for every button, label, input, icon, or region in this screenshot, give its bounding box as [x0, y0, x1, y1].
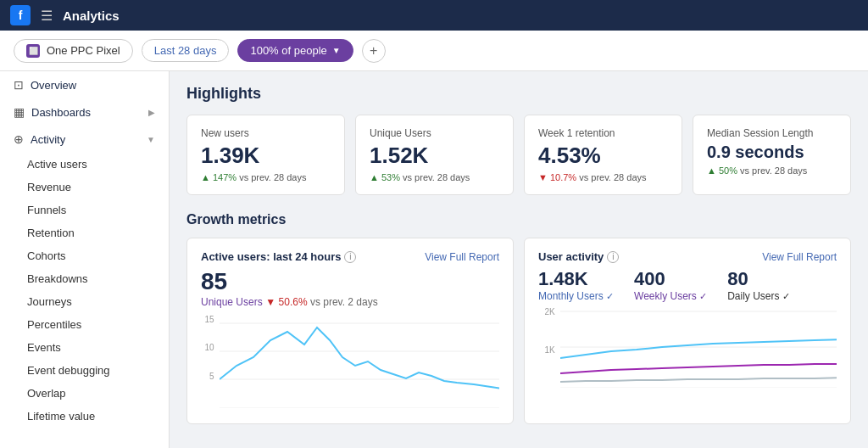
highlight-session-change-val: 50%: [719, 165, 737, 176]
highlights-row: New users 1.39K 147% vs prev. 28 days Un…: [186, 115, 851, 195]
user-activity-chart-header: User activity i View Full Report: [538, 250, 837, 263]
people-filter-label: 100% of people: [250, 44, 326, 57]
sidebar-sub-overlap[interactable]: Overlap: [0, 382, 169, 405]
active-users-chart-title: Active users: last 24 hours: [201, 250, 341, 263]
app-title: Analytics: [63, 8, 120, 23]
monthly-users-value: 1.48K: [538, 268, 614, 290]
activity-icon: ⊕: [14, 132, 24, 146]
active-users-value: 85: [201, 268, 227, 294]
highlight-new-users-value: 1.39K: [201, 143, 331, 169]
sidebar-sub-cohorts-label: Cohorts: [27, 249, 66, 262]
weekly-users-label: Weekly Users ✓: [634, 290, 707, 302]
sidebar-sub-retention[interactable]: Retention: [0, 221, 169, 244]
pixel-filter-label: One PPC Pixel: [47, 44, 120, 57]
user-activity-view-full[interactable]: View Full Report: [762, 251, 837, 263]
days-filter-label: Last 28 days: [154, 44, 217, 57]
sidebar-sub-active-users-label: Active users: [27, 158, 87, 171]
monthly-users-stat: 1.48K Monthly Users ✓: [538, 268, 614, 302]
sidebar: ⊡ Overview ▦ Dashboards ▶ ⊕ Activity ▼ A…: [0, 71, 170, 448]
sidebar-item-overview[interactable]: ⊡ Overview: [0, 71, 169, 98]
sidebar-sub-percentiles-label: Percentiles: [27, 318, 81, 331]
weekly-users-stat: 400 Weekly Users ✓: [634, 268, 707, 302]
highlights-title: Highlights: [186, 85, 851, 103]
hamburger-icon[interactable]: ☰: [41, 8, 53, 24]
days-filter-button[interactable]: Last 28 days: [142, 39, 230, 62]
chevron-down-icon: ▼: [332, 46, 341, 55]
highlight-new-users-change-val: 147%: [213, 172, 236, 182]
user-activity-stats: 1.48K Monthly Users ✓ 400 Weekly Users ✓: [538, 268, 837, 302]
main-layout: ⊡ Overview ▦ Dashboards ▶ ⊕ Activity ▼ A…: [0, 71, 868, 448]
sidebar-sub-lifetime-value[interactable]: Lifetime value: [0, 405, 169, 428]
active-users-chart-header: Active users: last 24 hours i View Full …: [201, 250, 499, 263]
sidebar-sub-journeys-label: Journeys: [27, 295, 72, 308]
up-arrow-icon-2: [370, 172, 379, 182]
active-users-sub-label: Unique Users: [201, 296, 263, 308]
sidebar-sub-journeys[interactable]: Journeys: [0, 290, 169, 313]
sidebar-sub-events[interactable]: Events: [0, 336, 169, 359]
highlight-session-label: Median Session Length: [707, 127, 837, 139]
highlight-session-change: 50% vs prev. 28 days: [707, 165, 837, 176]
active-users-main-value: 85: [201, 268, 499, 295]
up-arrow-icon-3: [707, 165, 716, 176]
highlight-new-users-change-period: vs prev. 28 days: [239, 172, 306, 182]
user-activity-chart-area: 2K 1K: [538, 307, 837, 388]
highlight-card-session-length: Median Session Length 0.9 seconds 50% vs…: [693, 115, 851, 195]
sidebar-sub-event-debugging-label: Event debugging: [27, 364, 110, 377]
highlight-unique-users-change: 53% vs prev. 28 days: [370, 172, 499, 182]
daily-users-value: 80: [727, 268, 790, 290]
sidebar-sub-active-users[interactable]: Active users: [0, 153, 169, 176]
user-activity-chart-card: User activity i View Full Report 1.48K M…: [524, 238, 851, 424]
highlight-retention-change-val: 10.7%: [550, 172, 576, 182]
user-activity-chart-title: User activity: [538, 250, 604, 263]
highlight-retention-label: Week 1 retention: [538, 127, 668, 139]
highlight-retention-change-period: vs prev. 28 days: [579, 172, 646, 182]
highlight-session-value: 0.9 seconds: [707, 143, 837, 162]
highlight-unique-users-value: 1.52K: [370, 143, 499, 169]
active-users-info-icon[interactable]: i: [344, 251, 356, 263]
top-bar: f ☰ Analytics: [0, 0, 868, 31]
filter-bar: ⬜ One PPC Pixel Last 28 days 100% of peo…: [0, 31, 868, 71]
content-area: Highlights New users 1.39K 147% vs prev.…: [170, 71, 868, 448]
sidebar-sub-revenue-label: Revenue: [27, 181, 71, 193]
highlight-new-users-change: 147% vs prev. 28 days: [201, 172, 331, 182]
active-users-change-neg: ▼ 50.6%: [265, 296, 310, 308]
overview-icon: ⊡: [14, 78, 24, 92]
sidebar-sub-funnels-label: Funnels: [27, 204, 66, 216]
sidebar-sub-percentiles[interactable]: Percentiles: [0, 313, 169, 336]
sidebar-item-activity[interactable]: ⊕ Activity ▼: [0, 126, 169, 153]
user-activity-y-labels: 2K 1K: [538, 307, 555, 384]
dashboards-icon: ▦: [14, 105, 25, 119]
pixel-filter-button[interactable]: ⬜ One PPC Pixel: [14, 39, 133, 63]
active-users-view-full[interactable]: View Full Report: [425, 251, 499, 263]
chevron-right-icon: ▶: [148, 108, 155, 117]
add-filter-button[interactable]: +: [362, 39, 386, 63]
people-filter-button[interactable]: 100% of people ▼: [237, 39, 353, 62]
sidebar-sub-revenue[interactable]: Revenue: [0, 176, 169, 199]
sidebar-item-activity-label: Activity: [31, 133, 65, 146]
highlight-session-change-period: vs prev. 28 days: [740, 165, 807, 176]
sidebar-sub-breakdowns[interactable]: Breakdowns: [0, 267, 169, 290]
sidebar-sub-event-debugging[interactable]: Event debugging: [0, 359, 169, 382]
sidebar-sub-overlap-label: Overlap: [27, 387, 66, 400]
sidebar-sub-cohorts[interactable]: Cohorts: [0, 244, 169, 267]
active-users-chart-area: 15 10 5: [201, 315, 499, 408]
highlight-retention-change: ▼ 10.7% vs prev. 28 days: [538, 172, 668, 182]
user-activity-info-icon[interactable]: i: [607, 251, 619, 263]
sidebar-sub-funnels[interactable]: Funnels: [0, 199, 169, 221]
sidebar-item-dashboards[interactable]: ▦ Dashboards ▶: [0, 98, 169, 126]
monthly-users-label: Monthly Users ✓: [538, 290, 614, 302]
sidebar-sub-lifetime-value-label: Lifetime value: [27, 410, 95, 423]
pixel-icon: ⬜: [26, 44, 40, 58]
active-users-svg: [220, 315, 499, 408]
highlight-unique-users-change-period: vs prev. 28 days: [403, 172, 470, 182]
sidebar-sub-retention-label: Retention: [27, 227, 75, 239]
highlight-new-users-label: New users: [201, 127, 331, 139]
sidebar-sub-events-label: Events: [27, 341, 61, 354]
highlight-card-unique-users: Unique Users 1.52K 53% vs prev. 28 days: [355, 115, 514, 195]
highlight-unique-users-change-val: 53%: [381, 172, 400, 182]
sidebar-item-dashboards-label: Dashboards: [31, 106, 91, 119]
highlight-retention-value: 4.53%: [538, 143, 668, 169]
up-arrow-icon: [201, 172, 210, 182]
highlight-card-new-users: New users 1.39K 147% vs prev. 28 days: [186, 115, 345, 195]
growth-metrics-title: Growth metrics: [186, 212, 851, 227]
